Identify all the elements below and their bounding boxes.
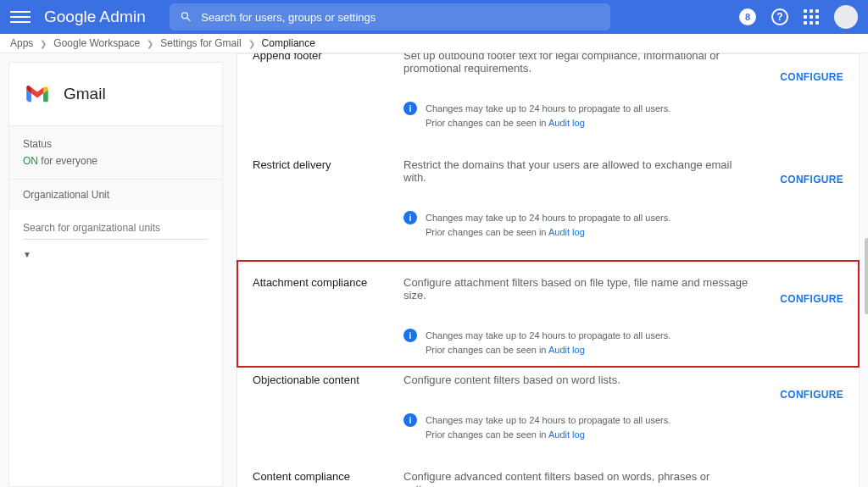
configure-button[interactable]: CONFIGURE: [780, 293, 843, 305]
note-text: Changes may take up to 24 hours to propa…: [426, 329, 670, 357]
sidebar-title: Gmail: [64, 85, 106, 103]
org-unit-search-input[interactable]: [23, 217, 209, 240]
info-icon: i: [403, 413, 417, 427]
apps-icon[interactable]: [804, 9, 819, 25]
sidebar: Gmail Status ON for everyone Organizatio…: [8, 62, 223, 487]
setting-title: Content compliance: [253, 463, 395, 483]
setting-title-col: Objectionable content: [253, 367, 403, 463]
setting-body-col: Set up outbound footer text for legal co…: [403, 54, 843, 152]
info-icon: i: [403, 211, 417, 224]
breadcrumb: Apps ❯ Google Workspace ❯ Settings for G…: [0, 34, 868, 53]
setting-row: Restrict delivery Restrict the domains t…: [237, 152, 859, 261]
info-icon: i: [403, 329, 417, 342]
brand-admin: Admin: [99, 8, 146, 26]
settings-panel: Append footer Set up outbound footer tex…: [236, 53, 860, 487]
help-icon[interactable]: ?: [771, 8, 788, 25]
search-box[interactable]: [170, 3, 610, 30]
info-note: i Changes may take up to 24 hours to pro…: [403, 102, 843, 130]
audit-log-link[interactable]: Audit log: [548, 429, 585, 440]
breadcrumb-item[interactable]: Settings for Gmail: [160, 37, 241, 49]
setting-title-col: Content compliance: [253, 463, 403, 487]
setting-row: Content compliance Configure advanced co…: [237, 463, 859, 487]
sidebar-header: Gmail: [9, 63, 222, 125]
note-text: Changes may take up to 24 hours to propa…: [426, 102, 670, 130]
chevron-right-icon: ❯: [147, 39, 153, 48]
setting-description: Restrict the domains that your users are…: [403, 152, 843, 184]
page-body: Gmail Status ON for everyone Organizatio…: [0, 53, 868, 487]
org-unit-label: Organizational Unit: [9, 179, 222, 210]
chevron-right-icon: ❯: [248, 39, 255, 48]
audit-log-link[interactable]: Audit log: [548, 118, 585, 128]
status-section: Status ON for everyone: [9, 125, 222, 179]
setting-title: Objectionable content: [253, 367, 395, 386]
setting-title-col: Restrict delivery: [253, 152, 403, 261]
search-input[interactable]: [201, 11, 600, 24]
breadcrumb-item[interactable]: Apps: [10, 37, 33, 49]
setting-title: Append footer: [253, 53, 395, 62]
info-note: i Changes may take up to 24 hours to pro…: [403, 329, 843, 357]
notification-badge[interactable]: 8: [739, 8, 756, 25]
setting-title: Restrict delivery: [253, 152, 395, 171]
top-bar: Google Admin 8 ?: [0, 0, 868, 34]
brand-google: Google: [44, 8, 96, 26]
note-text: Changes may take up to 24 hours to propa…: [426, 211, 670, 239]
setting-description: Configure content filters based on word …: [403, 367, 843, 386]
setting-title: Attachment compliance: [253, 269, 395, 289]
audit-log-link[interactable]: Audit log: [548, 227, 585, 237]
setting-body-col: Restrict the domains that your users are…: [403, 152, 843, 261]
info-icon: i: [403, 102, 417, 115]
info-note: i Changes may take up to 24 hours to pro…: [403, 413, 843, 441]
configure-button[interactable]: CONFIGURE: [780, 71, 843, 83]
setting-description: Set up outbound footer text for legal co…: [403, 53, 843, 75]
info-note: i Changes may take up to 24 hours to pro…: [403, 211, 843, 239]
setting-row: Attachment compliance Configure attachme…: [237, 261, 859, 367]
gmail-icon: [23, 80, 52, 108]
status-label: Status: [23, 138, 209, 150]
scrollbar-thumb[interactable]: [865, 238, 868, 314]
setting-row: Append footer Set up outbound footer tex…: [237, 54, 859, 152]
search-icon: [180, 10, 192, 24]
breadcrumb-current: Compliance: [262, 37, 315, 49]
setting-title-col: Append footer: [253, 54, 403, 152]
setting-row: Objectionable content Configure content …: [237, 367, 859, 463]
configure-button[interactable]: CONFIGURE: [780, 389, 843, 401]
note-text: Changes may take up to 24 hours to propa…: [426, 413, 670, 441]
chevron-right-icon: ❯: [40, 39, 47, 48]
setting-body-col: Configure content filters based on word …: [403, 367, 843, 463]
chevron-down-icon[interactable]: ▼: [9, 245, 222, 264]
breadcrumb-item[interactable]: Google Workspace: [53, 37, 140, 49]
setting-description: Configure advanced content filters based…: [403, 463, 843, 487]
configure-button[interactable]: CONFIGURE: [780, 174, 843, 185]
setting-body-col: Configure attachment filters based on fi…: [403, 269, 843, 363]
setting-body-col: Configure advanced content filters based…: [403, 463, 843, 487]
avatar[interactable]: [834, 5, 858, 29]
audit-log-link[interactable]: Audit log: [548, 345, 585, 355]
main-content: Append footer Set up outbound footer tex…: [223, 53, 868, 487]
bar-right: 8 ?: [739, 5, 858, 29]
status-value: ON for everyone: [23, 155, 209, 167]
brand[interactable]: Google Admin: [44, 8, 146, 26]
setting-description: Configure attachment filters based on fi…: [403, 269, 843, 302]
menu-icon[interactable]: [10, 11, 31, 23]
org-unit-search: [9, 210, 222, 245]
setting-title-col: Attachment compliance: [253, 269, 403, 363]
